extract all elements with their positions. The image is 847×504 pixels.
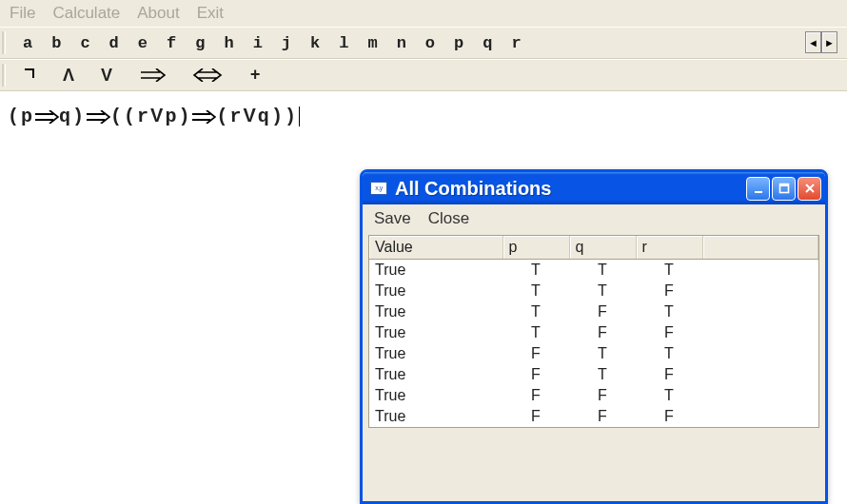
var-button-f[interactable]: f [157,32,186,54]
iff-op-button[interactable] [183,64,240,87]
table-row[interactable]: TrueFFF [369,406,818,427]
var-button-c[interactable]: c [70,32,99,54]
not-op-button[interactable] [13,64,53,87]
minimize-button[interactable] [746,177,770,201]
cell-pad [702,322,818,343]
menu-file[interactable]: File [10,4,35,23]
cell-value: True [369,301,502,322]
triangle-right-icon: ► [824,37,835,48]
cell-value: True [369,322,502,343]
var-button-d[interactable]: d [100,32,128,54]
cell-pad [702,364,818,385]
cell-r: T [636,301,702,322]
var-button-i[interactable]: i [244,32,272,54]
column-header-q[interactable]: q [569,236,636,260]
table-row[interactable]: TrueTFF [369,322,818,343]
column-header-p[interactable]: p [502,236,569,260]
cell-value: True [369,260,502,281]
variable-toolbar: abcdefghijklmnopqr ◄ ► [0,27,847,59]
cell-p: F [502,343,569,364]
cell-p: T [502,260,569,281]
menu-about[interactable]: About [137,4,179,23]
table-row[interactable]: TrueFFT [369,385,818,406]
cell-p: T [502,301,569,322]
svg-rect-0 [755,191,762,193]
dialog-title: All Combinations [395,178,746,200]
cell-pad [702,343,818,364]
toolbar-scroll-right-button[interactable]: ► [821,31,837,53]
or-op-button[interactable]: V [91,64,129,87]
maximize-icon [778,183,790,194]
all-combinations-dialog: x,y All Combinations Save Close Valuepqr… [360,169,828,504]
var-button-j[interactable]: j [272,32,301,54]
and-op-button[interactable]: Λ [53,64,91,87]
cell-r: T [636,385,702,406]
cell-pad [702,385,818,406]
table-row[interactable]: TrueTTT [369,260,818,281]
cell-q: T [569,343,636,364]
var-button-k[interactable]: k [301,32,329,54]
cell-r: F [636,364,702,385]
close-icon [804,183,816,194]
plus-op-button[interactable]: + [240,64,278,87]
var-button-a[interactable]: a [13,32,42,54]
table-row[interactable]: TrueFTF [369,364,818,385]
dialog-menu-save[interactable]: Save [374,209,411,228]
menu-exit[interactable]: Exit [197,4,224,23]
column-header-pad[interactable] [702,236,818,260]
truth-table: Valuepqr TrueTTTTrueTTFTrueTFTTrueTFFTru… [368,235,819,428]
maximize-button[interactable] [772,177,796,201]
triangle-left-icon: ◄ [808,37,818,48]
close-button[interactable] [798,177,821,201]
table-row[interactable]: TrueTFT [369,301,818,322]
table-row[interactable]: TrueTTF [369,281,818,301]
toolbar-grip-icon [2,31,6,54]
table-row[interactable]: TrueFTT [369,343,818,364]
operator-toolbar: ΛV+ [0,59,847,91]
var-button-e[interactable]: e [128,32,157,54]
cell-value: True [369,364,502,385]
column-header-value[interactable]: Value [369,236,502,260]
var-button-q[interactable]: q [473,32,502,54]
cell-q: F [569,385,636,406]
cell-q: T [569,364,636,385]
cell-pad [702,260,818,281]
toolbar-grip-icon [2,64,6,87]
cell-p: F [502,364,569,385]
implies-op-button[interactable] [129,64,183,87]
var-button-g[interactable]: g [186,32,214,54]
var-button-p[interactable]: p [444,32,473,54]
cell-q: T [569,281,636,301]
var-button-r[interactable]: r [502,32,530,54]
dialog-menu-close[interactable]: Close [428,209,469,228]
cell-q: F [569,406,636,427]
minimize-icon [753,183,764,194]
var-button-b[interactable]: b [42,32,70,54]
cell-q: F [569,322,636,343]
cell-value: True [369,343,502,364]
column-header-r[interactable]: r [636,236,702,260]
cell-p: F [502,406,569,427]
toolbar-scroll-left-button[interactable]: ◄ [805,31,821,53]
expression-editor[interactable]: (pq)((rVp)(rVq)) [0,91,847,141]
app-icon: x,y [370,182,387,195]
dialog-menubar: Save Close [363,204,825,233]
cell-r: T [636,343,702,364]
cell-q: F [569,301,636,322]
var-button-h[interactable]: h [214,32,243,54]
menu-calculate[interactable]: Calculate [52,4,120,23]
var-button-l[interactable]: l [329,32,358,54]
cell-value: True [369,406,502,427]
text-cursor-icon [299,107,300,126]
var-button-o[interactable]: o [416,32,444,54]
cell-value: True [369,385,502,406]
expression-text: (pq)((rVp)(rVq)) [8,106,298,127]
cell-q: T [569,260,636,281]
var-button-n[interactable]: n [387,32,416,54]
var-button-m[interactable]: m [358,32,386,54]
cell-r: F [636,322,702,343]
dialog-titlebar[interactable]: x,y All Combinations [363,172,825,204]
cell-p: T [502,281,569,301]
cell-r: F [636,281,702,301]
cell-r: F [636,406,702,427]
